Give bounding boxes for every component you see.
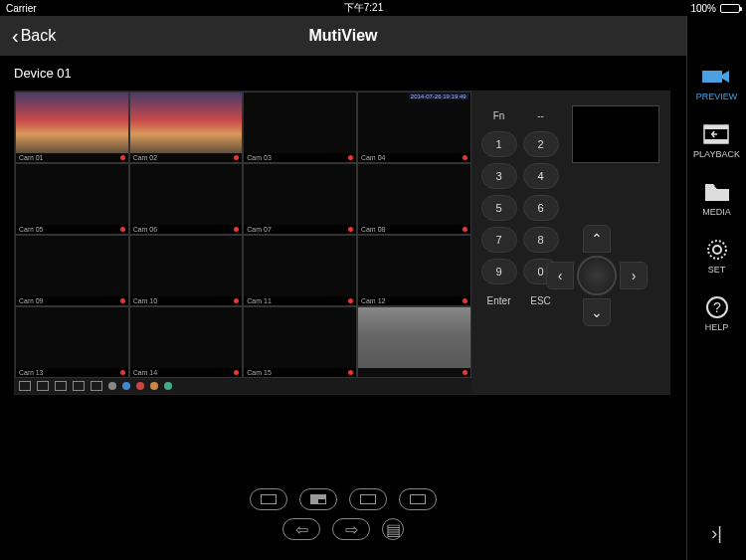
keypad-button[interactable]: 6 bbox=[523, 195, 559, 221]
sidebar-item-label: MEDIA bbox=[702, 207, 731, 217]
battery-icon bbox=[720, 4, 740, 13]
dpad: ⌃ ⌄ ‹ › bbox=[542, 221, 652, 330]
toolbar-layout-icon[interactable] bbox=[19, 381, 31, 391]
header-bar: ‹ Back MutiView bbox=[0, 16, 686, 56]
toolbar-layout-icon[interactable] bbox=[37, 381, 49, 391]
camera-label: Cam 10 bbox=[130, 296, 243, 305]
keypad-button[interactable]: 1 bbox=[481, 131, 517, 157]
keypad-button[interactable]: 9 bbox=[481, 259, 517, 284]
chevron-left-icon: ‹ bbox=[12, 25, 19, 48]
svg-point-3 bbox=[708, 241, 726, 259]
camera-cell[interactable]: Cam 06 bbox=[129, 163, 244, 235]
prev-button[interactable]: ⇦ bbox=[282, 518, 320, 540]
camera-label: Cam 13 bbox=[16, 368, 128, 377]
key-label: -- bbox=[523, 105, 559, 125]
layout-4-button[interactable] bbox=[299, 488, 337, 510]
film-icon bbox=[701, 123, 731, 145]
camera-cell[interactable]: Cam 05 bbox=[15, 163, 129, 235]
remote-panel: Fn--1234567890EnterESC ⌃ ⌄ ‹ › bbox=[471, 92, 669, 394]
status-time: 下午7:21 bbox=[344, 1, 383, 15]
dpad-center-button[interactable] bbox=[577, 256, 617, 295]
folder-icon bbox=[702, 181, 732, 203]
toolbar-icon[interactable] bbox=[122, 382, 130, 390]
svg-point-4 bbox=[713, 246, 721, 254]
dpad-up-button[interactable]: ⌃ bbox=[583, 225, 611, 253]
toolbar-icon[interactable] bbox=[164, 382, 172, 390]
camera-cell[interactable]: Cam 13 bbox=[15, 306, 129, 378]
toolbar-layout-icon[interactable] bbox=[55, 381, 67, 391]
key-label: Fn bbox=[481, 105, 517, 125]
back-button[interactable]: ‹ Back bbox=[12, 25, 56, 48]
toolbar-icon[interactable] bbox=[150, 382, 158, 390]
sidebar-item-playback[interactable]: PLAYBACK bbox=[693, 123, 740, 159]
sidebar-item-label: HELP bbox=[705, 322, 729, 332]
sidebar-item-preview[interactable]: PREVIEW bbox=[696, 66, 738, 101]
svg-rect-2 bbox=[704, 139, 728, 143]
camera-cell[interactable] bbox=[357, 306, 471, 378]
gear-icon bbox=[702, 239, 732, 261]
camera-label: Cam 11 bbox=[244, 296, 356, 305]
toolbar-icon[interactable] bbox=[136, 382, 144, 390]
dpad-down-button[interactable]: ⌄ bbox=[583, 298, 611, 326]
sidebar-item-label: PREVIEW bbox=[696, 92, 738, 101]
camera-label: Cam 03 bbox=[244, 153, 356, 162]
camera-cell[interactable]: Cam 01 bbox=[15, 92, 129, 163]
carrier-label: Carrier bbox=[6, 3, 37, 14]
camera-cell[interactable]: 2014-07-26 19:19:49Cam 04 bbox=[357, 92, 471, 163]
arrow-right-icon: ⇨ bbox=[345, 520, 358, 539]
camera-label: Cam 14 bbox=[130, 368, 243, 377]
keypad-button[interactable]: 3 bbox=[481, 163, 517, 189]
sidebar-item-set[interactable]: SET bbox=[702, 239, 732, 275]
camera-cell[interactable]: Cam 03 bbox=[243, 92, 357, 163]
keypad-button[interactable]: 7 bbox=[481, 227, 517, 253]
camera-label: Cam 02 bbox=[130, 153, 243, 162]
help-icon: ? bbox=[702, 296, 732, 318]
dpad-right-button[interactable]: › bbox=[620, 262, 648, 289]
camera-cell[interactable]: Cam 14 bbox=[129, 306, 244, 378]
toolbar-icon[interactable] bbox=[108, 382, 116, 390]
page-title: MutiView bbox=[308, 27, 377, 45]
camera-label: Cam 06 bbox=[130, 225, 243, 234]
arrow-left-icon: ⇦ bbox=[295, 520, 308, 539]
bottom-controls: ⇦ ⇨ ▤ bbox=[0, 488, 686, 540]
sidebar-item-media[interactable]: MEDIA bbox=[702, 181, 732, 217]
camera-cell[interactable]: Cam 02 bbox=[129, 92, 244, 163]
toolbar-layout-icon[interactable] bbox=[73, 381, 85, 391]
camera-cell[interactable]: Cam 07 bbox=[243, 163, 357, 235]
back-label: Back bbox=[21, 27, 57, 45]
layout-1-button[interactable] bbox=[250, 488, 287, 510]
camera-label: Cam 07 bbox=[244, 225, 356, 234]
keypad-button[interactable]: 5 bbox=[481, 195, 517, 221]
camera-cell[interactable]: Cam 12 bbox=[357, 235, 471, 306]
collapse-button[interactable]: ›| bbox=[711, 523, 722, 544]
next-button[interactable]: ⇨ bbox=[332, 518, 370, 540]
camera-timestamp: 2014-07-26 19:19:49 bbox=[409, 93, 468, 99]
camera-label: Cam 09 bbox=[16, 296, 128, 305]
camera-cell[interactable]: Cam 15 bbox=[243, 306, 357, 378]
toolbar-layout-icon[interactable] bbox=[91, 381, 102, 391]
list-button[interactable]: ▤ bbox=[382, 518, 404, 540]
camera-label: Cam 08 bbox=[358, 225, 470, 234]
camera-label: Cam 05 bbox=[16, 225, 128, 234]
sidebar: PREVIEW PLAYBACK MEDIA SET ? HELP ›| bbox=[686, 16, 746, 560]
camera-cell[interactable]: Cam 11 bbox=[243, 235, 357, 306]
camera-cell[interactable]: Cam 10 bbox=[129, 235, 244, 306]
sidebar-item-help[interactable]: ? HELP bbox=[702, 296, 732, 332]
key-label: Enter bbox=[481, 290, 517, 310]
camera-cell[interactable]: Cam 08 bbox=[357, 163, 471, 235]
preview-thumbnail[interactable] bbox=[572, 105, 659, 163]
camera-cell[interactable]: Cam 09 bbox=[15, 235, 129, 306]
layout-9-button[interactable] bbox=[349, 488, 387, 510]
status-bar: Carrier 下午7:21 100% bbox=[0, 0, 746, 16]
dpad-left-button[interactable]: ‹ bbox=[546, 262, 574, 289]
keypad-button[interactable]: 4 bbox=[523, 163, 559, 189]
layout-16-button[interactable] bbox=[399, 488, 437, 510]
camera-label: Cam 15 bbox=[244, 368, 356, 377]
keypad-button[interactable]: 2 bbox=[523, 131, 559, 157]
camera-icon bbox=[701, 66, 731, 88]
device-label: Device 01 bbox=[0, 56, 686, 91]
battery-pct: 100% bbox=[690, 3, 716, 14]
camera-grid: Cam 01Cam 02Cam 032014-07-26 19:19:49Cam… bbox=[15, 92, 471, 394]
camera-label: Cam 04 bbox=[358, 153, 470, 162]
camera-label: Cam 12 bbox=[358, 296, 470, 305]
